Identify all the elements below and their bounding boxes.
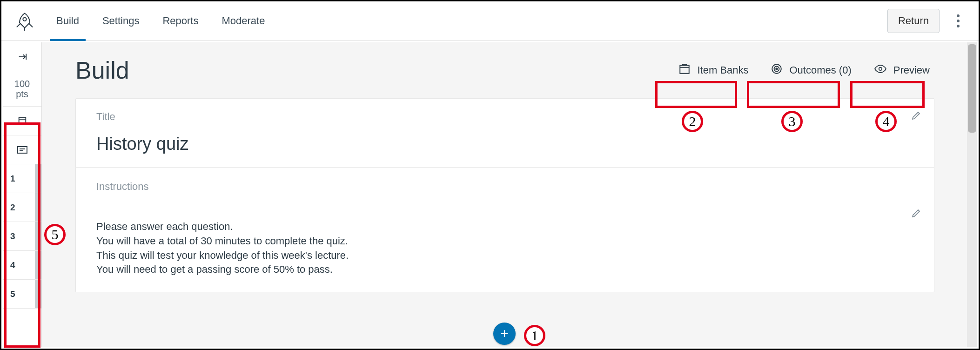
preview-button[interactable]: Preview — [869, 61, 934, 79]
total-points: 100 pts — [3, 71, 41, 107]
return-button[interactable]: Return — [887, 9, 940, 33]
more-options-icon[interactable] — [950, 11, 967, 31]
question-nav-1[interactable]: 1 ▲ — [3, 164, 41, 193]
quiz-title: History quiz — [96, 134, 913, 154]
instructions-label: Instructions — [96, 181, 913, 193]
svg-point-9 — [776, 68, 778, 69]
tab-moderate[interactable]: Moderate — [222, 1, 265, 40]
collapse-sidebar-button[interactable] — [3, 42, 41, 71]
main-content: Build Item Banks Outcomes (0) — [42, 42, 967, 347]
svg-rect-3 — [18, 147, 27, 153]
target-icon — [771, 63, 783, 78]
edit-title-icon[interactable] — [911, 110, 922, 123]
vertical-scrollbar[interactable] — [967, 42, 977, 347]
sidebar-title-section-icon[interactable] — [3, 107, 41, 135]
question-nav-sidebar: 100 pts 1 ▲ 2 3 4 5 — [3, 42, 42, 347]
tab-build[interactable]: Build — [56, 1, 79, 40]
question-nav-3[interactable]: 3 — [3, 222, 41, 251]
question-nav-2[interactable]: 2 — [3, 193, 41, 222]
instructions-text: Please answer each question. You will ha… — [96, 220, 913, 277]
outcomes-label: Outcomes (0) — [789, 64, 851, 76]
page-title: Build — [75, 56, 661, 84]
quiz-info-card: Title History quiz Instructions Please a… — [75, 98, 934, 292]
svg-rect-1 — [19, 117, 26, 124]
rocket-logo-icon — [13, 10, 36, 32]
tab-settings[interactable]: Settings — [102, 1, 140, 40]
svg-rect-6 — [680, 65, 690, 73]
item-banks-label: Item Banks — [697, 64, 748, 76]
nav-tabs: Build Settings Reports Moderate — [56, 1, 265, 40]
scrollbar-thumb[interactable] — [968, 44, 976, 133]
eye-icon — [874, 64, 887, 76]
tab-reports[interactable]: Reports — [162, 1, 198, 40]
outcomes-button[interactable]: Outcomes (0) — [766, 60, 856, 81]
points-value: 100 — [14, 79, 30, 89]
preview-label: Preview — [893, 64, 930, 76]
item-banks-button[interactable]: Item Banks — [674, 60, 753, 81]
question-nav-5[interactable]: 5 — [3, 280, 41, 309]
edit-instructions-icon[interactable] — [911, 208, 922, 221]
plus-icon: + — [500, 326, 509, 342]
question-nav-4[interactable]: 4 — [3, 251, 41, 280]
title-label: Title — [96, 111, 913, 123]
add-question-button[interactable]: + — [493, 323, 516, 345]
svg-point-10 — [879, 67, 882, 70]
item-banks-icon — [678, 63, 691, 78]
top-bar: Build Settings Reports Moderate Return — [1, 1, 979, 41]
sidebar-instructions-section-icon[interactable] — [3, 135, 41, 164]
points-label: pts — [16, 89, 28, 99]
svg-point-0 — [23, 18, 26, 21]
